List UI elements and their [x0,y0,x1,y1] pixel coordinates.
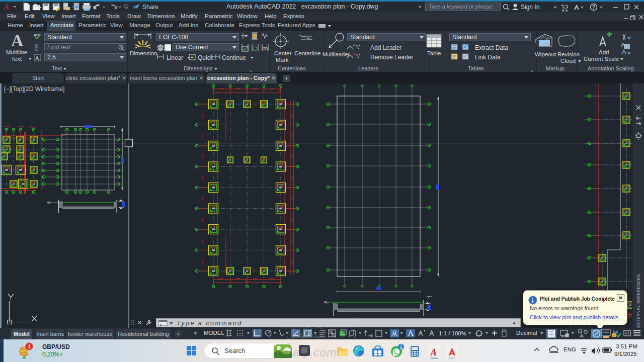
svg-text:A: A [3,2,9,12]
svg-text:1:1 / 100%: 1:1 / 100% [439,330,466,336]
svg-text:1: 1 [28,343,31,349]
svg-text:✕: ✕ [352,52,356,57]
svg-text:B: B [36,48,39,52]
svg-text:2: 2 [400,345,403,350]
svg-text:A: A [119,46,122,49]
svg-text:A: A [36,55,39,61]
svg-text:ENG: ENG [564,346,576,352]
svg-text:?: ? [592,5,595,10]
svg-text:Sign In: Sign In [521,4,539,11]
svg-text:ABC: ABC [34,33,41,37]
svg-text:A: A [430,347,437,357]
svg-text:Share: Share [142,4,158,11]
svg-text:EXTERNAL REFERENCES: EXTERNAL REFERENCES [636,274,641,328]
svg-text:✷: ✷ [352,43,356,48]
svg-text:A: A [36,44,39,47]
